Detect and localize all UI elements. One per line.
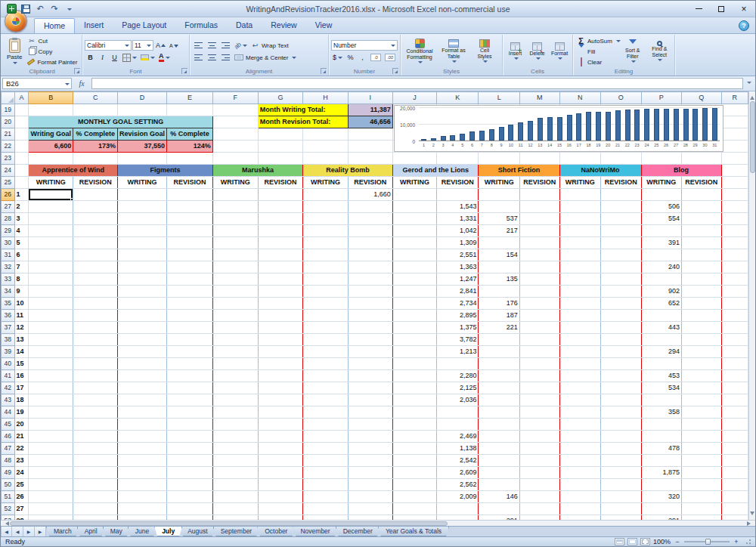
cell[interactable] — [519, 153, 559, 165]
cell[interactable] — [303, 382, 348, 394]
cell[interactable] — [118, 479, 167, 491]
cell[interactable] — [519, 334, 559, 346]
cell[interactable] — [519, 298, 559, 310]
cell[interactable] — [73, 503, 118, 515]
goal-value[interactable]: 6,600 — [29, 141, 73, 153]
delete-cells-button[interactable]: Delete — [527, 36, 547, 67]
goal-value[interactable]: 173% — [73, 141, 118, 153]
cell[interactable] — [258, 189, 302, 201]
cell[interactable] — [721, 370, 748, 382]
row-header-29[interactable]: 29 — [2, 225, 15, 237]
cell[interactable] — [479, 419, 519, 431]
cell[interactable] — [73, 249, 118, 261]
cell[interactable]: 652 — [641, 298, 681, 310]
day-number[interactable]: 15 — [14, 358, 29, 370]
cell[interactable] — [681, 298, 721, 310]
name-box[interactable]: B26 — [2, 78, 72, 89]
cell[interactable] — [212, 116, 258, 128]
cell[interactable] — [641, 225, 681, 237]
insert-cells-button[interactable]: Insert — [505, 36, 525, 67]
row-header-39[interactable]: 39 — [2, 346, 15, 358]
cell[interactable] — [559, 370, 600, 382]
cell[interactable] — [167, 431, 213, 443]
cell[interactable] — [348, 431, 392, 443]
cell[interactable] — [73, 189, 118, 201]
cell[interactable] — [258, 370, 302, 382]
qat-customize-button[interactable] — [63, 3, 75, 15]
cell[interactable] — [167, 286, 213, 298]
font-name-select[interactable]: Calibri — [85, 40, 132, 51]
row-header-27[interactable]: 27 — [2, 201, 15, 213]
cell[interactable] — [212, 249, 258, 261]
cell[interactable] — [167, 225, 213, 237]
cell[interactable] — [721, 177, 748, 189]
project-header[interactable]: Gerod and the Lions — [392, 165, 479, 177]
shrink-font-button[interactable]: A — [168, 40, 180, 51]
cell[interactable] — [600, 225, 641, 237]
cell[interactable] — [303, 249, 348, 261]
row-header-32[interactable]: 32 — [2, 261, 15, 274]
cell[interactable] — [348, 261, 392, 274]
cell[interactable] — [212, 455, 258, 467]
cell[interactable] — [73, 225, 118, 237]
cell[interactable]: 391 — [641, 237, 681, 249]
cell[interactable] — [167, 370, 213, 382]
cell[interactable]: 902 — [641, 286, 681, 298]
last-sheet-button[interactable]: ▶ — [35, 527, 46, 536]
clear-button[interactable]: Clear — [575, 57, 618, 67]
cell[interactable] — [29, 104, 73, 116]
cell[interactable] — [29, 346, 73, 358]
ribbon-tab-home[interactable]: Home — [34, 18, 75, 33]
cell[interactable] — [641, 189, 681, 201]
cell[interactable] — [167, 249, 213, 261]
cell[interactable] — [212, 104, 258, 116]
cell[interactable] — [73, 153, 118, 165]
writing-subheader[interactable]: WRITING — [479, 177, 519, 189]
cell[interactable] — [559, 189, 600, 201]
cell[interactable] — [519, 213, 559, 225]
day-number[interactable]: 25 — [14, 479, 29, 491]
vertical-scroll-thumb[interactable] — [750, 101, 755, 173]
cell[interactable] — [681, 189, 721, 201]
clipboard-dialog-launcher[interactable] — [74, 68, 80, 74]
cell[interactable]: 221 — [479, 322, 519, 334]
format-painter-button[interactable]: Format Painter — [26, 57, 79, 67]
cell[interactable] — [258, 503, 302, 515]
scroll-down-arrow-icon[interactable] — [750, 511, 754, 518]
cell[interactable] — [348, 237, 392, 249]
cell[interactable] — [73, 310, 118, 322]
cell[interactable] — [167, 491, 213, 503]
cell[interactable]: 2,125 — [436, 382, 479, 394]
cell[interactable] — [519, 431, 559, 443]
cell[interactable] — [118, 503, 167, 515]
cell[interactable] — [721, 467, 748, 479]
writing-subheader[interactable]: WRITING — [303, 177, 348, 189]
cell[interactable] — [721, 165, 748, 177]
cell[interactable] — [212, 370, 258, 382]
cell[interactable] — [392, 346, 436, 358]
cell[interactable] — [641, 153, 681, 165]
cell[interactable]: 1,213 — [436, 346, 479, 358]
cell[interactable] — [392, 503, 436, 515]
day-number[interactable]: 22 — [14, 443, 29, 455]
row-header-31[interactable]: 31 — [2, 249, 15, 261]
cell[interactable] — [479, 237, 519, 249]
cell[interactable] — [167, 153, 213, 165]
cell[interactable] — [167, 261, 213, 274]
cell[interactable] — [721, 189, 748, 201]
cell[interactable] — [303, 213, 348, 225]
cell[interactable] — [212, 128, 258, 141]
cell[interactable] — [436, 419, 479, 431]
cell[interactable] — [600, 310, 641, 322]
cell[interactable] — [212, 346, 258, 358]
day-number[interactable]: 1 — [14, 189, 29, 201]
cell[interactable] — [681, 431, 721, 443]
cell[interactable]: 146 — [479, 491, 519, 503]
cell[interactable] — [681, 274, 721, 286]
cell[interactable] — [73, 237, 118, 249]
cell[interactable] — [436, 503, 479, 515]
cell[interactable]: 443 — [641, 322, 681, 334]
writing-subheader[interactable]: WRITING — [559, 177, 600, 189]
day-number[interactable]: 13 — [14, 334, 29, 346]
row-header-42[interactable]: 42 — [2, 382, 15, 394]
